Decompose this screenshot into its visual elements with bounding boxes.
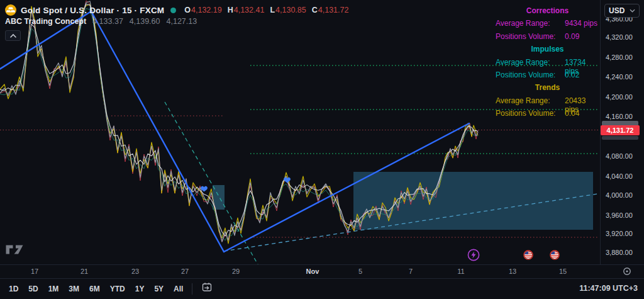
calendar-goto-icon <box>201 281 213 293</box>
indicator-values: 4,133.374,139.604,127.13 <box>92 17 197 26</box>
time-axis-label: 15 <box>549 268 577 275</box>
interval-value: 15 <box>122 6 131 15</box>
ohlc-c: C4,131.72 <box>312 6 349 14</box>
ranges-group-title: Trends <box>496 83 599 96</box>
ranges-row-value: 0.02 <box>565 71 599 83</box>
ohlc-o: O4,132.19 <box>184 6 221 14</box>
ranges-row: Positions Volume:0.02 <box>496 71 599 83</box>
ranges-row-label: Average Range: <box>496 58 565 71</box>
time-axis-label: 23 <box>121 268 149 275</box>
symbol-title[interactable]: Gold Spot / U.S. Dollar · 15 · FXCM <box>21 6 164 15</box>
symbol-header: Gold Spot / U.S. Dollar · 15 · FXCM O4,1… <box>5 3 348 17</box>
ranges-row-value: 0.04 <box>565 109 599 121</box>
indicator-value: 4,127.13 <box>167 17 197 26</box>
price-axis-label: 4,080.00 <box>606 152 633 160</box>
price-axis-label: 4,160.00 <box>606 113 633 120</box>
ohlc-letter: O <box>184 6 191 14</box>
range-button-5y[interactable]: 5Y <box>149 281 169 296</box>
range-button-6m[interactable]: 6M <box>84 281 105 296</box>
range-button-1d[interactable]: 1D <box>4 281 23 296</box>
ohlc-letter: L <box>270 6 275 14</box>
price-axis-label: 4,200.00 <box>606 93 633 101</box>
ranges-row: Average Range:9434 pips <box>496 19 599 31</box>
date-range-toolbar: 1D5D1M3M6MYTD1Y5YAll <box>0 279 644 299</box>
ranges-row-value: 13734 pips <box>565 58 599 71</box>
blue-trendline-drawing[interactable] <box>91 11 224 252</box>
price-axis-label: 4,320.00 <box>606 33 633 41</box>
dashed-trendline-drawing[interactable] <box>165 102 258 264</box>
indicator-name[interactable]: ABC Trading Concept <box>5 17 86 26</box>
price-axis-label: 4,280.00 <box>606 54 633 61</box>
ranges-group-title: Impulses <box>496 45 599 57</box>
range-button-5d[interactable]: 5D <box>23 281 43 296</box>
ranges-row: Average Range:20433 pips <box>496 96 599 109</box>
ranges-row: Average Range:13734 pips <box>496 58 599 71</box>
time-axis-label: 5 <box>347 268 374 275</box>
time-axis-label: Nov <box>299 268 326 275</box>
time-axis-label: 27 <box>171 268 199 275</box>
ohlc-value: 4,130.85 <box>275 6 306 14</box>
price-axis[interactable]: 4,131.72 4,360.004,320.004,280.004,240.0… <box>601 0 644 264</box>
range-button-1y[interactable]: 1Y <box>130 281 150 296</box>
axis-settings-gear-icon[interactable] <box>622 266 632 276</box>
ranges-group-title: Corrections <box>496 6 599 19</box>
price-axis-label: 4,240.00 <box>606 73 633 81</box>
ohlc-h: H4,132.41 <box>228 6 265 14</box>
highlight-box-drawing[interactable] <box>353 172 593 230</box>
tradingview-logo-icon[interactable] <box>5 244 24 255</box>
time-axis-label: 17 <box>21 268 48 275</box>
ranges-stats-panel: CorrectionsAverage Range:9434 pipsPositi… <box>496 6 599 122</box>
price-axis-label: 3,880.00 <box>606 249 633 256</box>
ranges-row-label: Positions Volume: <box>496 71 565 83</box>
ranges-row: Positions Volume:0.09 <box>496 32 599 45</box>
ranges-row-value: 20433 pips <box>565 96 599 109</box>
ohlc-value: 4,131.72 <box>318 6 349 14</box>
range-button-all[interactable]: All <box>169 281 188 296</box>
indicator-legend[interactable]: ABC Trading Concept 4,133.374,139.604,12… <box>5 17 197 26</box>
ohlc-values: O4,132.19H4,132.41L4,130.85C4,131.72 <box>184 6 348 14</box>
price-axis-label: 3,920.00 <box>606 230 633 237</box>
ranges-row-value: 9434 pips <box>565 19 599 31</box>
market-status-icon[interactable] <box>170 8 176 13</box>
price-axis-label: 3,960.00 <box>606 212 633 219</box>
last-price-label: 4,131.72 <box>601 125 640 135</box>
us-economic-event-flag-icon[interactable] <box>523 250 533 262</box>
indicator-value: 4,133.37 <box>92 17 123 26</box>
axis-label-partial-bottom <box>602 136 638 140</box>
go-to-date-button[interactable] <box>196 281 218 296</box>
collapse-legend-button[interactable] <box>5 30 21 41</box>
price-axis-label: 4,000.00 <box>606 191 633 199</box>
currency-dropdown[interactable]: USD <box>604 4 640 18</box>
ohlc-letter: H <box>228 6 233 14</box>
time-axis-label: 7 <box>397 268 425 275</box>
ranges-row-label: Positions Volume: <box>496 109 565 121</box>
range-button-1m[interactable]: 1M <box>43 281 64 296</box>
ohlc-value: 4,132.41 <box>234 6 265 14</box>
trading-app: Gold Spot / U.S. Dollar · 15 · FXCM O4,1… <box>0 0 644 299</box>
time-axis-label: 29 <box>222 268 250 275</box>
ranges-row-value: 0.09 <box>565 32 599 45</box>
chevron-up-icon <box>9 33 17 38</box>
gold-logo-icon <box>5 4 16 16</box>
ranges-row-label: Average Range: <box>496 96 565 109</box>
currency-value: USD <box>609 6 625 15</box>
us-economic-event-flag-icon[interactable] <box>550 250 560 262</box>
clock-display[interactable]: 11:47:09 UTC+3 <box>579 284 638 293</box>
ranges-row-label: Positions Volume: <box>496 32 565 45</box>
time-axis-label: 13 <box>499 268 526 275</box>
ranges-row: Positions Volume:0.04 <box>496 109 599 121</box>
ohlc-l: L4,130.85 <box>270 6 306 14</box>
indicator-value: 4,139.60 <box>130 17 160 26</box>
ohlc-letter: C <box>312 6 318 14</box>
ohlc-value: 4,132.19 <box>191 6 222 14</box>
chevron-down-icon <box>630 9 635 13</box>
ranges-row-label: Average Range: <box>496 19 565 31</box>
time-axis-label: 11 <box>447 268 475 275</box>
toolbar-divider <box>192 283 192 295</box>
price-axis-label: 4,040.00 <box>606 172 633 180</box>
exchange-name: FXCM <box>140 6 164 15</box>
range-button-ytd[interactable]: YTD <box>105 281 130 296</box>
range-button-3m[interactable]: 3M <box>64 281 84 296</box>
time-axis[interactable]: 1721232729Nov57111315 <box>0 265 600 278</box>
economic-event-lightning-icon[interactable] <box>467 249 480 264</box>
